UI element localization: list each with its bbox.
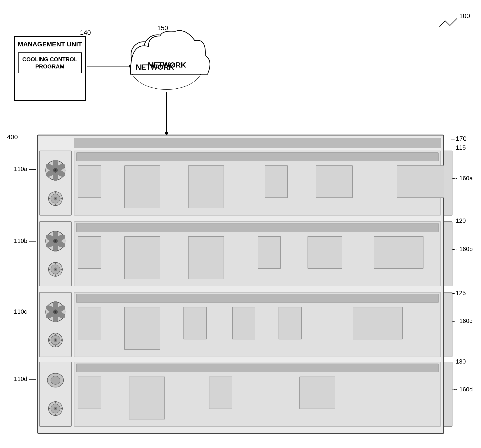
svg-point-75 xyxy=(55,269,56,270)
fan-unit-b xyxy=(39,221,72,286)
right-connector-b xyxy=(444,221,452,286)
svg-point-95 xyxy=(49,339,50,341)
svg-point-54 xyxy=(54,169,56,171)
blade-row-a xyxy=(74,151,441,216)
svg-text:115: 115 xyxy=(456,144,466,151)
cooling-control-program-text: COOLING CONTROL PROGRAM xyxy=(20,56,79,70)
svg-text:~ 160c: ~ 160c xyxy=(454,317,473,324)
svg-point-104 xyxy=(55,414,56,415)
svg-text:400: 400 xyxy=(7,133,18,141)
svg-point-58 xyxy=(55,198,56,199)
cooling-control-box: COOLING CONTROL PROGRAM xyxy=(18,53,82,73)
svg-point-92 xyxy=(55,339,56,341)
svg-point-106 xyxy=(60,408,62,409)
svg-text:~ 160d: ~ 160d xyxy=(454,386,473,393)
svg-point-78 xyxy=(49,269,50,270)
svg-point-11 xyxy=(160,32,190,63)
svg-point-88 xyxy=(54,311,56,313)
svg-text:170: 170 xyxy=(456,135,467,142)
svg-text:130: 130 xyxy=(456,358,466,365)
svg-point-79 xyxy=(60,269,62,270)
svg-point-10 xyxy=(144,35,172,63)
svg-text:110a —: 110a — xyxy=(14,165,35,172)
fan-unit-c xyxy=(39,292,72,357)
rack-enclosure xyxy=(37,135,444,434)
diagram: 100 140 150 xyxy=(0,0,481,448)
svg-text:150: 150 xyxy=(157,24,168,31)
right-connector-c xyxy=(444,292,452,357)
svg-marker-5 xyxy=(129,64,132,68)
network-label: NETWORK xyxy=(147,61,187,69)
svg-text:~ 160a: ~ 160a xyxy=(454,175,473,182)
fan-unit-a xyxy=(39,151,72,216)
svg-point-62 xyxy=(60,198,62,199)
svg-text:110b —: 110b — xyxy=(14,237,35,244)
svg-text:120: 120 xyxy=(456,217,466,224)
svg-point-96 xyxy=(60,339,62,341)
svg-point-71 xyxy=(54,240,56,242)
svg-text:110c —: 110c — xyxy=(14,308,35,315)
svg-point-94 xyxy=(55,345,56,347)
svg-text:~ 160b: ~ 160b xyxy=(454,245,473,252)
fan-unit-d xyxy=(39,362,72,427)
blade-row-c xyxy=(74,292,441,357)
svg-point-76 xyxy=(55,263,56,264)
svg-point-77 xyxy=(55,274,56,276)
management-unit-box: MANAGEMENT UNIT COOLING CONTROL PROGRAM xyxy=(14,36,86,101)
svg-point-60 xyxy=(55,204,56,205)
svg-text:140: 140 xyxy=(80,29,91,36)
svg-text:125: 125 xyxy=(456,289,466,296)
svg-point-61 xyxy=(49,198,50,199)
svg-point-98 xyxy=(51,376,60,384)
right-connector-a xyxy=(444,151,452,216)
svg-point-105 xyxy=(49,408,50,409)
right-connector-d xyxy=(444,362,452,427)
svg-text:110d —: 110d — xyxy=(14,375,35,382)
top-bar-115 xyxy=(74,138,441,148)
svg-point-93 xyxy=(55,334,56,335)
svg-point-102 xyxy=(55,408,56,409)
blade-row-d xyxy=(74,362,441,427)
blade-row-b xyxy=(74,221,441,286)
management-unit-title: MANAGEMENT UNIT xyxy=(15,37,85,51)
svg-point-103 xyxy=(55,402,56,403)
svg-point-59 xyxy=(55,192,56,193)
svg-text:100: 100 xyxy=(459,12,470,20)
